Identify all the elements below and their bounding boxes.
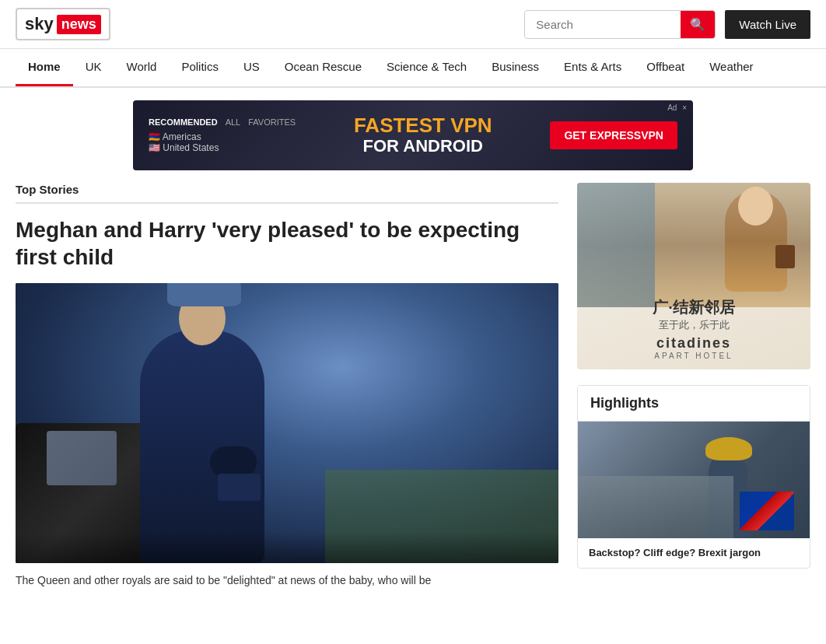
logo-sky-text: sky [25,14,54,34]
nav-link-offbeat[interactable]: Offbeat [634,49,697,84]
ad-cta-button[interactable]: GET EXPRESSVPN [550,121,677,149]
sidebar-ad-brand: citadines [653,335,735,352]
ad-tab-favorites: FAVORITES [248,117,296,127]
sidebar-ad-tagline: 至于此，乐于此 [653,318,735,332]
highlights-hat [705,437,752,460]
ad-country: 🇺🇸 United States [149,142,296,153]
main-content: Top Stories Meghan and Harry 'very pleas… [0,183,826,604]
nav-link-science-tech[interactable]: Science & Tech [374,49,479,84]
sidebar-ad-background [577,183,810,307]
site-header: sky news 🔍 Watch Live [0,0,826,49]
highlights-heading: Highlights [578,386,810,422]
ad-cup [775,245,795,268]
ad-label: Ad × [667,103,687,112]
nav-link-home[interactable]: Home [16,49,73,86]
nav-item-politics[interactable]: Politics [169,49,231,86]
highlights-flag [740,492,794,530]
ad-banner: Ad × RECOMMENDED ALL FAVORITES 🇦🇲 Americ… [133,100,693,170]
nav-item-us[interactable]: US [231,49,272,86]
highlights-image [578,422,810,538]
highlights-caption: Backstop? Cliff edge? Brexit jargon [578,538,810,568]
figure-arm [210,446,257,478]
nav-link-us[interactable]: US [231,49,272,84]
nav-link-uk[interactable]: UK [73,49,114,84]
nav-item-science-tech[interactable]: Science & Tech [374,49,479,86]
search-button[interactable]: 🔍 [681,11,715,38]
nav-link-politics[interactable]: Politics [169,49,231,84]
nav-item-business[interactable]: Business [479,49,551,86]
article-caption: The Queen and other royals are said to b… [16,572,558,589]
nav-item-home[interactable]: Home [16,49,73,86]
highlights-building [578,476,733,538]
image-overlay [16,532,558,563]
article-image-bg [16,283,558,563]
logo-container[interactable]: sky news [16,8,110,40]
main-nav: Home UK World Politics US Ocean Rescue S… [0,49,826,88]
watch-live-button[interactable]: Watch Live [725,10,810,39]
search-input[interactable] [525,12,681,37]
nav-link-weather[interactable]: Weather [697,49,765,84]
sky-news-logo[interactable]: sky news [16,8,110,40]
article-image [16,283,558,563]
figure-clutch [218,474,261,501]
sidebar-ad: 广·结新邻居 至于此，乐于此 citadines APART HOTEL [577,183,810,369]
ad-close[interactable]: × [682,103,687,112]
figure-hat [167,283,241,306]
nav-link-business[interactable]: Business [479,49,551,84]
nav-item-weather[interactable]: Weather [697,49,765,86]
nav-list: Home UK World Politics US Ocean Rescue S… [16,49,810,86]
header-right: 🔍 Watch Live [524,10,810,39]
main-column: Top Stories Meghan and Harry 'very pleas… [16,183,558,589]
nav-item-offbeat[interactable]: Offbeat [634,49,697,86]
nav-link-ocean-rescue[interactable]: Ocean Rescue [272,49,374,84]
nav-item-uk[interactable]: UK [73,49,114,86]
nav-link-world[interactable]: World [114,49,170,84]
nav-item-world[interactable]: World [114,49,170,86]
ad-headline: FASTEST VPN [354,114,492,137]
article-title: Meghan and Harry 'very pleased' to be ex… [16,216,558,271]
ad-figure-head [738,187,773,226]
ad-subheadline: FOR ANDROID [354,136,492,156]
nav-link-ents-arts[interactable]: Ents & Arts [551,49,634,84]
sidebar-ad-text: 广·结新邻居 至于此，乐于此 citadines APART HOTEL [653,297,735,360]
ad-tab-recommended: RECOMMENDED [149,117,218,127]
nav-item-ents-arts[interactable]: Ents & Arts [551,49,634,86]
search-icon: 🔍 [690,18,705,31]
ad-menu-items: 🇦🇲 Americas 🇺🇸 United States [149,131,296,153]
ad-tab-all: ALL [226,117,241,127]
car-window [47,431,117,485]
sidebar-ad-chinese-text: 广·结新邻居 [653,297,735,318]
ad-bg-scene [577,183,655,307]
highlights-box: Highlights Backstop? Cliff edge? Brexit … [577,385,810,569]
ad-tabs: RECOMMENDED ALL FAVORITES [149,117,296,127]
ad-banner-left: RECOMMENDED ALL FAVORITES 🇦🇲 Americas 🇺🇸… [149,117,296,153]
nav-item-ocean-rescue[interactable]: Ocean Rescue [272,49,374,86]
top-stories-heading: Top Stories [16,183,558,204]
search-form[interactable]: 🔍 [524,10,716,39]
ad-banner-center: FASTEST VPN FOR ANDROID [354,114,492,157]
sidebar: 广·结新邻居 至于此，乐于此 citadines APART HOTEL Hig… [577,183,810,589]
ad-region: 🇦🇲 Americas [149,131,296,142]
logo-news-text: news [57,15,101,34]
ad-text: Ad [667,103,677,112]
sidebar-ad-subbrand: APART HOTEL [653,352,735,360]
